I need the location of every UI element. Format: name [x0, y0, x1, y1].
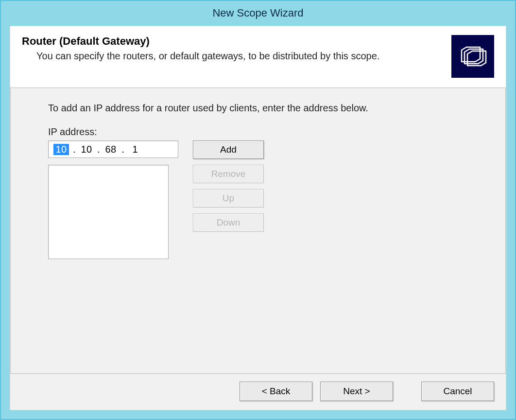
svg-rect-0	[456, 39, 490, 73]
ip-dot: .	[93, 144, 104, 155]
ip-octet-3[interactable]: 68	[104, 144, 118, 155]
next-button[interactable]: Next >	[320, 382, 393, 401]
ip-octet-2[interactable]: 10	[80, 144, 93, 155]
header-text: Router (Default Gateway) You can specify…	[22, 35, 444, 62]
footer-gap	[401, 382, 413, 401]
ip-row: 10 . 10 . 68 . 1 Add Remove Up	[48, 140, 494, 259]
list-buttons: Add Remove Up Down	[193, 140, 264, 232]
wizard-body: To add an IP address for a router used b…	[10, 88, 506, 373]
ip-address-label: IP address:	[48, 126, 494, 138]
ip-dot: .	[118, 144, 128, 155]
back-button[interactable]: < Back	[240, 382, 312, 401]
ip-address-input[interactable]: 10 . 10 . 68 . 1	[48, 140, 178, 158]
instructions-text: To add an IP address for a router used b…	[48, 103, 494, 114]
ip-octet-1[interactable]: 10	[53, 144, 69, 155]
wizard-panel: Router (Default Gateway) You can specify…	[10, 26, 506, 410]
wizard-footer: < Back Next > Cancel	[10, 373, 506, 410]
window-title: New Scope Wizard	[212, 7, 303, 19]
cancel-button[interactable]: Cancel	[421, 382, 494, 401]
folder-icon	[451, 35, 494, 78]
page-subtitle: You can specify the routers, or default …	[36, 50, 444, 62]
down-button[interactable]: Down	[193, 213, 264, 232]
ip-dot: .	[69, 144, 80, 155]
add-button[interactable]: Add	[193, 140, 264, 159]
client-area: Router (Default Gateway) You can specify…	[1, 26, 515, 419]
remove-button[interactable]: Remove	[193, 165, 264, 183]
ip-octet-4[interactable]: 1	[128, 144, 142, 155]
wizard-window: New Scope Wizard Router (Default Gateway…	[0, 0, 516, 420]
ip-address-list[interactable]	[48, 165, 169, 259]
wizard-header: Router (Default Gateway) You can specify…	[10, 26, 506, 88]
titlebar: New Scope Wizard	[1, 1, 515, 26]
up-button[interactable]: Up	[193, 189, 264, 208]
page-title: Router (Default Gateway)	[22, 35, 444, 48]
ip-column: 10 . 10 . 68 . 1	[48, 140, 178, 259]
